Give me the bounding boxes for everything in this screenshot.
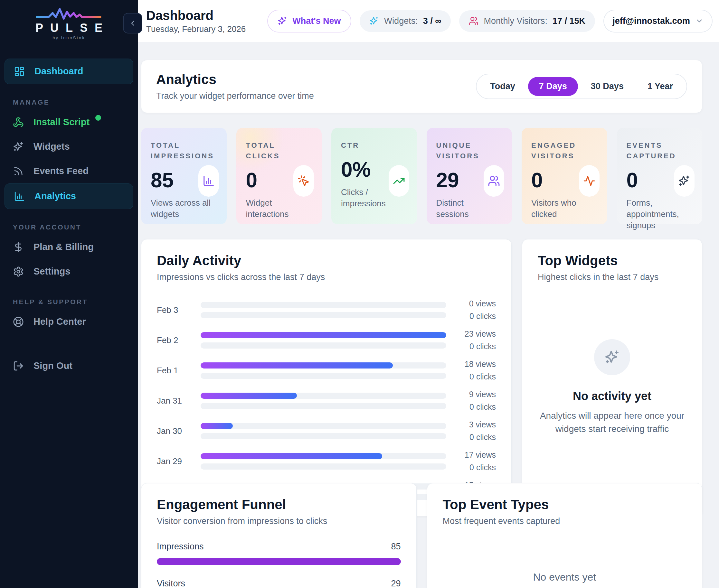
- gear-icon: [13, 266, 24, 277]
- stat-label: CTR: [341, 140, 399, 151]
- funnel-label: Visitors: [157, 579, 185, 588]
- pulse-waveform-icon: [35, 7, 103, 21]
- log-out-icon: [13, 360, 24, 372]
- life-buoy-icon: [13, 316, 24, 327]
- views-count: 23 views: [465, 329, 496, 339]
- bar-chart-icon: [203, 175, 215, 187]
- sidebar-item-label: Install Script: [34, 117, 89, 127]
- range-button-30-days[interactable]: 30 Days: [580, 77, 635, 96]
- empty-state-description: Analytics will appear here once your wid…: [538, 410, 686, 436]
- activity-row: Feb 3 0 views 0 clicks: [157, 299, 496, 321]
- whats-new-label: What's New: [292, 16, 341, 26]
- clicks-count: 0 clicks: [470, 463, 496, 472]
- sidebar-item-help-center[interactable]: Help Center: [0, 310, 138, 334]
- sparkles-icon: [604, 350, 620, 365]
- stat-description: Views across all widgets: [151, 197, 212, 220]
- views-bar-track: [201, 362, 446, 369]
- activity-row: Jan 30 3 views 0 clicks: [157, 420, 496, 442]
- dashboard-content: Analytics Track your widget performance …: [138, 42, 719, 588]
- sidebar-item-sign-out[interactable]: Sign Out: [0, 354, 138, 378]
- stat-card-ctr: CTR 0% Clicks / impressions: [331, 128, 417, 224]
- activity-day-label: Jan 31: [157, 396, 192, 406]
- webhook-icon: [13, 117, 24, 128]
- sidebar-item-label: Widgets: [34, 142, 70, 152]
- views-count: 0 views: [469, 299, 496, 308]
- activity-day-label: Feb 2: [157, 335, 192, 345]
- views-bar: [201, 453, 382, 459]
- funnel-bar-track: [157, 558, 401, 565]
- monthly-visitors-label: Monthly Visitors:: [484, 16, 547, 26]
- clicks-bar-track: [201, 312, 446, 318]
- brand-name: PULSE: [36, 21, 109, 35]
- cursor-click-icon: [297, 175, 310, 187]
- stat-icon-pill: [293, 165, 314, 197]
- widgets-usage-label: Widgets:: [384, 16, 418, 26]
- clicks-count: 0 clicks: [470, 342, 496, 351]
- brand-byline: by InnoStak: [53, 36, 85, 40]
- topbar: Dashboard Tuesday, February 3, 2026 What…: [138, 0, 719, 42]
- users-icon: [469, 16, 478, 26]
- empty-state-icon-circle: [594, 339, 630, 375]
- sidebar: PULSE by InnoStak Dashboard MANAGE Insta…: [0, 0, 138, 588]
- sidebar-item-analytics[interactable]: Analytics: [4, 184, 133, 209]
- sparkles-icon: [678, 175, 690, 187]
- monthly-visitors-value: 17 / 15K: [553, 16, 586, 26]
- stat-description: Forms, appointments, signups: [626, 197, 688, 231]
- range-button-7-days[interactable]: 7 Days: [528, 77, 578, 96]
- stat-card-total-clicks: TOTAL CLICKS 0 Widget interactions: [237, 128, 322, 224]
- stat-card-engaged-visitors: ENGAGED VISITORS 0 Visitors who clicked: [521, 128, 607, 224]
- users-icon: [488, 175, 500, 187]
- views-bar-track: [201, 332, 446, 338]
- sidebar-section-title: MANAGE: [0, 84, 138, 110]
- engagement-funnel-title: Engagement Funnel: [157, 497, 401, 512]
- page-title: Dashboard: [146, 8, 246, 23]
- stat-label: TOTAL IMPRESSIONS: [151, 140, 209, 161]
- funnel-value: 85: [391, 542, 400, 552]
- funnel-bar: [157, 558, 401, 565]
- daily-activity-card: Daily Activity Impressions vs clicks acr…: [141, 239, 512, 516]
- sidebar-item-events-feed[interactable]: Events Feed: [0, 159, 138, 184]
- bar-chart-icon: [14, 191, 25, 202]
- engagement-funnel-subtitle: Visitor conversion from impressions to c…: [157, 516, 401, 526]
- views-count: 18 views: [465, 359, 496, 369]
- whats-new-button[interactable]: What's New: [267, 10, 351, 33]
- range-button-1-year[interactable]: 1 Year: [637, 77, 684, 96]
- clicks-bar-track: [201, 463, 446, 469]
- daily-activity-title: Daily Activity: [157, 253, 496, 268]
- engagement-funnel-chart: Impressions 85 Visitors 29: [157, 542, 401, 588]
- sidebar-item-widgets[interactable]: Widgets: [0, 134, 138, 159]
- top-widgets-card: Top Widgets Highest clicks in the last 7…: [522, 239, 702, 516]
- sidebar-item-dashboard[interactable]: Dashboard: [4, 59, 133, 84]
- monthly-visitors-badge: Monthly Visitors: 17 / 15K: [459, 10, 595, 32]
- sidebar-item-settings[interactable]: Settings: [0, 259, 138, 284]
- sidebar-item-install-script[interactable]: Install Script: [0, 110, 138, 134]
- stat-label: EVENTS CAPTURED: [626, 140, 684, 161]
- clicks-bar-track: [201, 433, 446, 439]
- activity-row: Jan 31 9 views 0 clicks: [157, 390, 496, 412]
- account-menu-button[interactable]: jeff@innostak.com: [603, 10, 713, 33]
- sidebar-item-label: Settings: [34, 267, 70, 277]
- clicks-count: 0 clicks: [470, 312, 496, 321]
- daily-activity-subtitle: Impressions vs clicks across the last 7 …: [157, 272, 496, 282]
- clicks-bar-track: [201, 342, 446, 349]
- chevron-down-icon: [695, 17, 703, 25]
- chevron-left-icon: [128, 19, 137, 27]
- sidebar-item-plan-billing[interactable]: Plan & Billing: [0, 235, 138, 259]
- top-widgets-subtitle: Highest clicks in the last 7 days: [538, 272, 686, 282]
- activity-row: Jan 29 17 views 0 clicks: [157, 450, 496, 472]
- page-date: Tuesday, February 3, 2026: [146, 24, 246, 34]
- no-events-text: No events yet: [443, 571, 687, 583]
- stat-label: UNIQUE VISITORS: [436, 140, 494, 161]
- status-dot: [95, 115, 101, 121]
- stat-card-total-impressions: TOTAL IMPRESSIONS 85 Views across all wi…: [141, 128, 227, 224]
- daily-activity-chart: Feb 3 0 views 0 clicks Feb 2 23 views 0 …: [157, 299, 496, 502]
- stat-label: ENGAGED VISITORS: [531, 140, 589, 161]
- engagement-funnel-card: Engagement Funnel Visitor conversion fro…: [141, 483, 417, 588]
- account-email: jeff@innostak.com: [612, 16, 690, 26]
- sidebar-collapse-button[interactable]: [123, 13, 142, 34]
- funnel-row: Impressions 85: [157, 542, 401, 565]
- range-button-today[interactable]: Today: [479, 77, 526, 96]
- top-event-types-card: Top Event Types Most frequent events cap…: [427, 483, 703, 588]
- activity-row: Feb 2 23 views 0 clicks: [157, 329, 496, 351]
- stat-label: TOTAL CLICKS: [246, 140, 304, 161]
